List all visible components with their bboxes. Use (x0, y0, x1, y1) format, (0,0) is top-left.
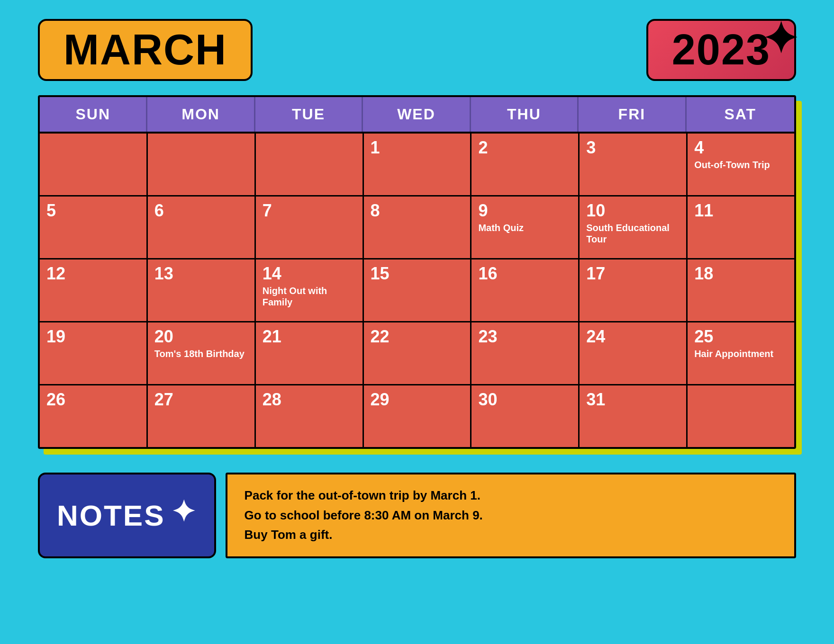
cell-day-number: 30 (478, 391, 571, 408)
cell-event-text: Math Quiz (478, 223, 524, 233)
notes-item: Go to school before 8:30 AM on March 9. (245, 506, 777, 526)
calendar-cell[interactable]: 21 (256, 322, 363, 384)
cell-day-number: 14 (263, 265, 356, 282)
calendar-cell[interactable]: 9Math Quiz (471, 197, 578, 258)
notes-section: NOTES ✦ Pack for the out-of-town trip by… (38, 473, 796, 558)
cell-day-number: 19 (46, 328, 140, 345)
page-container: MARCH 2023 ✦ SUN MON TUE WED THU FRI SAT… (0, 0, 834, 587)
year-badge: 2023 ✦ (646, 19, 796, 81)
notes-badge: NOTES ✦ (38, 473, 216, 558)
day-header-thu: THU (471, 97, 579, 132)
sparkle-icon: ✦ (762, 14, 799, 63)
cell-day-number: 21 (263, 328, 356, 345)
day-header-sun: SUN (40, 97, 147, 132)
cell-event-text: Hair Appointment (694, 349, 773, 359)
notes-label: NOTES (57, 499, 165, 532)
calendar-cell[interactable] (148, 134, 254, 195)
cell-day-number: 7 (263, 202, 356, 219)
cell-event-text: Out-of-Town Trip (694, 160, 770, 170)
calendar-cell[interactable]: 1 (364, 134, 471, 195)
calendar-cell[interactable]: 4Out-of-Town Trip (688, 134, 794, 195)
calendar-cell[interactable]: 28 (256, 385, 363, 447)
calendar-cell[interactable] (256, 134, 363, 195)
calendar-cell[interactable]: 19 (40, 322, 146, 384)
cell-day-number: 15 (371, 265, 464, 282)
cell-day-number: 31 (586, 391, 680, 408)
calendar-cell[interactable] (40, 134, 146, 195)
calendar-cell[interactable]: 15 (364, 259, 471, 321)
calendar-cell[interactable]: 23 (471, 322, 578, 384)
cell-day-number: 10 (586, 202, 680, 219)
calendar-cell[interactable]: 16 (471, 259, 578, 321)
calendar-cell[interactable]: 10South Educational Tour (580, 197, 686, 258)
calendar-cell[interactable]: 13 (148, 259, 254, 321)
calendar-cell[interactable]: 29 (364, 385, 471, 447)
cell-day-number: 17 (586, 265, 680, 282)
calendar-cell[interactable]: 3 (580, 134, 686, 195)
calendar-cell[interactable]: 26 (40, 385, 146, 447)
day-header-sat: SAT (687, 97, 794, 132)
notes-item: Buy Tom a gift. (245, 525, 777, 545)
calendar-cell[interactable]: 11 (688, 197, 794, 258)
calendar-cell[interactable] (688, 385, 794, 447)
cell-day-number: 2 (478, 139, 571, 156)
calendar-cell[interactable]: 2 (471, 134, 578, 195)
calendar-cell[interactable]: 25Hair Appointment (688, 322, 794, 384)
calendar-header: SUN MON TUE WED THU FRI SAT (40, 97, 794, 134)
calendar-cell[interactable]: 8 (364, 197, 471, 258)
cell-event-text: Tom's 18th Birthday (154, 349, 245, 359)
calendar-cell[interactable]: 18 (688, 259, 794, 321)
cell-day-number: 6 (154, 202, 248, 219)
notes-item: Pack for the out-of-town trip by March 1… (245, 486, 777, 506)
calendar-cell[interactable]: 20Tom's 18th Birthday (148, 322, 254, 384)
cell-day-number: 3 (586, 139, 680, 156)
cell-day-number: 8 (371, 202, 464, 219)
cell-day-number: 16 (478, 265, 571, 282)
calendar-body: 1234Out-of-Town Trip56789Math Quiz10Sout… (40, 134, 794, 447)
calendar-cell[interactable]: 7 (256, 197, 363, 258)
day-header-mon: MON (147, 97, 255, 132)
calendar-cell[interactable]: 5 (40, 197, 146, 258)
cell-day-number: 11 (694, 202, 788, 219)
month-label: MARCH (63, 26, 227, 73)
notes-content: Pack for the out-of-town trip by March 1… (226, 473, 796, 558)
cell-day-number: 1 (371, 139, 464, 156)
cell-day-number: 22 (371, 328, 464, 345)
calendar-cell[interactable]: 14Night Out with Family (256, 259, 363, 321)
cell-event-text: South Educational Tour (586, 223, 670, 244)
cell-day-number: 29 (371, 391, 464, 408)
cell-day-number: 13 (154, 265, 248, 282)
notes-sparkle-icon: ✦ (171, 494, 197, 529)
cell-day-number: 27 (154, 391, 248, 408)
cell-day-number: 24 (586, 328, 680, 345)
month-badge: MARCH (38, 19, 253, 81)
cell-day-number: 9 (478, 202, 571, 219)
header: MARCH 2023 ✦ (38, 19, 796, 81)
cell-day-number: 18 (694, 265, 788, 282)
cell-day-number: 25 (694, 328, 788, 345)
cell-day-number: 12 (46, 265, 140, 282)
calendar-cell[interactable]: 6 (148, 197, 254, 258)
day-header-wed: WED (363, 97, 471, 132)
cell-day-number: 28 (263, 391, 356, 408)
day-header-fri: FRI (579, 97, 686, 132)
day-header-tue: TUE (255, 97, 363, 132)
calendar-cell[interactable]: 31 (580, 385, 686, 447)
cell-day-number: 4 (694, 139, 788, 156)
cell-day-number: 26 (46, 391, 140, 408)
calendar-cell[interactable]: 24 (580, 322, 686, 384)
cell-event-text: Night Out with Family (263, 286, 327, 307)
cell-day-number: 20 (154, 328, 248, 345)
calendar: SUN MON TUE WED THU FRI SAT 1234Out-of-T… (38, 95, 796, 449)
calendar-wrapper: SUN MON TUE WED THU FRI SAT 1234Out-of-T… (38, 95, 796, 449)
calendar-cell[interactable]: 27 (148, 385, 254, 447)
calendar-cell[interactable]: 12 (40, 259, 146, 321)
calendar-cell[interactable]: 22 (364, 322, 471, 384)
cell-day-number: 23 (478, 328, 571, 345)
calendar-cell[interactable]: 17 (580, 259, 686, 321)
year-label: 2023 (672, 26, 771, 73)
cell-day-number: 5 (46, 202, 140, 219)
calendar-cell[interactable]: 30 (471, 385, 578, 447)
